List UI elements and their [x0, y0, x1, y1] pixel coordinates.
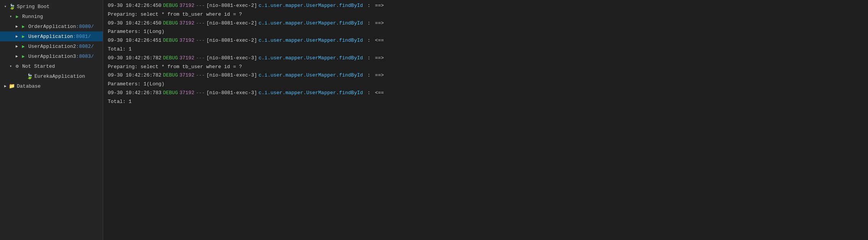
chevron-down-icon: ▾ — [8, 13, 14, 20]
gear-icon: ⚙ — [14, 63, 21, 70]
log-line-plain: Preparing: select * from tb_user where i… — [103, 63, 868, 72]
sidebar-item-label: Spring Boot — [17, 4, 50, 10]
log-line-plain: Preparing: select * from tb_user where i… — [103, 10, 868, 19]
run-app-icon: ▶ — [20, 33, 27, 40]
spring-app-icon: 🍃 — [26, 73, 33, 80]
run-app-icon: ▶ — [20, 53, 27, 60]
log-panel: 09-30 10:42:26:450 DEBUG 37192 --- [nio-… — [103, 0, 868, 240]
log-line: 09-30 10:42:26:782 DEBUG 37192 --- [nio-… — [103, 54, 868, 63]
spring-boot-icon: 🍃 — [8, 3, 15, 10]
log-line: 09-30 10:42:26:783 DEBUG 37192 --- [nio-… — [103, 89, 868, 98]
chevron-right-icon: ▶ — [14, 23, 20, 29]
sidebar-item-label: Not Started — [22, 64, 55, 69]
sidebar-item-label: UserApplication3:8083/ — [28, 54, 94, 59]
sidebar-item-label: UserApplication:8081/ — [28, 34, 91, 39]
chevron-right-icon: ▶ — [14, 33, 20, 39]
chevron-down-icon: ▾ — [8, 63, 14, 69]
chevron-right-icon: ▶ — [14, 53, 20, 59]
sidebar-item-spring-boot[interactable]: ▾ 🍃 Spring Boot — [0, 2, 103, 11]
sidebar-item-database[interactable]: ▶ 📁 Database — [0, 81, 103, 91]
run-icon: ▶ — [14, 13, 21, 20]
log-line-plain: Total: 1 — [103, 45, 868, 54]
sidebar-item-label: UserApplication2:8082/ — [28, 44, 94, 49]
log-line: 09-30 10:42:26:450 DEBUG 37192 --- [nio-… — [103, 2, 868, 10]
sidebar-item-label: EurekaApplication — [34, 73, 85, 79]
sidebar-item-running[interactable]: ▾ ▶ Running — [0, 11, 103, 21]
sidebar-item-order-app[interactable]: ▶ ▶ OrderApplication:8080/ — [0, 21, 103, 31]
sidebar-item-label: Database — [17, 83, 41, 89]
sidebar-item-user-app[interactable]: ▶ ▶ UserApplication:8081/ — [0, 31, 103, 41]
chevron-down-icon: ▾ — [2, 3, 8, 10]
folder-icon: 📁 — [8, 83, 15, 90]
chevron-right-icon: ▶ — [14, 43, 20, 49]
chevron-right-icon: ▶ — [2, 83, 8, 89]
sidebar: ▾ 🍃 Spring Boot ▾ ▶ Running ▶ ▶ OrderApp… — [0, 0, 103, 240]
log-line: 09-30 10:42:26:451 DEBUG 37192 --- [nio-… — [103, 36, 868, 45]
run-app-icon: ▶ — [20, 43, 27, 50]
sidebar-item-user-app3[interactable]: ▶ ▶ UserApplication3:8083/ — [0, 51, 103, 61]
log-line-plain: Total: 1 — [103, 98, 868, 106]
sidebar-item-eureka-app[interactable]: ▶ 🍃 EurekaApplication — [0, 71, 103, 81]
run-app-icon: ▶ — [20, 23, 27, 30]
sidebar-item-not-started[interactable]: ▾ ⚙ Not Started — [0, 61, 103, 71]
sidebar-item-user-app2[interactable]: ▶ ▶ UserApplication2:8082/ — [0, 41, 103, 51]
log-line-plain: Parameters: 1(Long) — [103, 80, 868, 89]
sidebar-item-label: Running — [22, 14, 43, 20]
sidebar-item-label: OrderApplication:8080/ — [28, 24, 94, 29]
log-line: 09-30 10:42:26:782 DEBUG 37192 --- [nio-… — [103, 71, 868, 80]
log-line-plain: Parameters: 1(Long) — [103, 28, 868, 36]
log-line: 09-30 10:42:26:450 DEBUG 37192 --- [nio-… — [103, 19, 868, 28]
